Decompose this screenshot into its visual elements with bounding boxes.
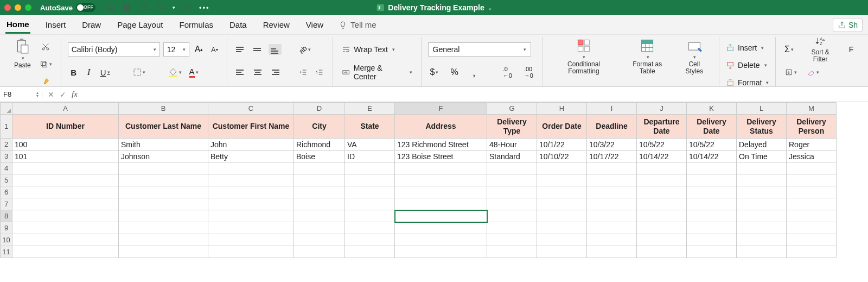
col-head-L[interactable]: L: [737, 103, 787, 115]
cell-I9[interactable]: [587, 222, 637, 234]
font-color-button[interactable]: A▾: [187, 66, 201, 79]
decrease-indent[interactable]: [297, 66, 310, 79]
fill-color-button[interactable]: ▾: [166, 66, 184, 79]
row-head-2[interactable]: 2: [1, 139, 12, 151]
cell-M10[interactable]: [787, 234, 837, 246]
cell-K9[interactable]: [687, 222, 737, 234]
cell-E3[interactable]: ID: [345, 151, 395, 162]
formula-input[interactable]: [83, 87, 868, 102]
cell-C9[interactable]: [208, 222, 294, 234]
col-head-C[interactable]: C: [208, 103, 294, 115]
col-head-H[interactable]: H: [537, 103, 587, 115]
cell-I6[interactable]: [587, 186, 637, 198]
cell-D2[interactable]: Richmond: [294, 139, 345, 151]
cell-G7[interactable]: [487, 198, 537, 210]
cell-G11[interactable]: [487, 246, 537, 258]
cell-A6[interactable]: [12, 186, 119, 198]
confirm-formula[interactable]: ✓: [60, 90, 66, 99]
currency-button[interactable]: $▾: [428, 66, 441, 79]
tab-review[interactable]: Review: [262, 17, 291, 33]
save-as-icon[interactable]: [139, 3, 148, 13]
cell-D8[interactable]: [294, 210, 345, 222]
redo-icon[interactable]: [183, 3, 192, 13]
cell-styles-button[interactable]: ▾ Cell Styles: [676, 38, 713, 75]
col-head-J[interactable]: J: [637, 103, 687, 115]
cell-L7[interactable]: [737, 198, 787, 210]
align-middle[interactable]: [251, 44, 264, 55]
cell-C4[interactable]: [208, 162, 294, 174]
decrease-decimal[interactable]: .00→0: [522, 66, 535, 79]
autosave-toggle[interactable]: AutoSave OFF: [40, 3, 95, 12]
cell-L11[interactable]: [737, 246, 787, 258]
cell-M4[interactable]: [787, 162, 837, 174]
cell-K10[interactable]: [687, 234, 737, 246]
paste-button[interactable]: ▾ Paste: [11, 38, 34, 69]
cell-J7[interactable]: [637, 198, 687, 210]
cell-I5[interactable]: [587, 174, 637, 186]
cell-B1[interactable]: Customer Last Name: [119, 115, 208, 139]
cell-B10[interactable]: [119, 234, 208, 246]
col-head-K[interactable]: K: [687, 103, 737, 115]
cell-C1[interactable]: Customer First Name: [208, 115, 294, 139]
orientation-button[interactable]: ab▾: [297, 43, 312, 56]
tab-home[interactable]: Home: [5, 16, 30, 34]
cell-C6[interactable]: [208, 186, 294, 198]
col-head-F[interactable]: F: [395, 103, 487, 115]
cell-M5[interactable]: [787, 174, 837, 186]
cell-J2[interactable]: 10/5/22: [637, 139, 687, 151]
tab-formulas[interactable]: Formulas: [178, 17, 214, 33]
cancel-formula[interactable]: ✕: [48, 90, 54, 99]
increase-decimal[interactable]: .0←0: [501, 66, 514, 79]
cell-B8[interactable]: [119, 210, 208, 222]
row-head-4[interactable]: 4: [1, 162, 12, 174]
align-right[interactable]: [269, 67, 282, 78]
font-name-select[interactable]: Calibri (Body)▾: [68, 42, 160, 57]
cell-B6[interactable]: [119, 186, 208, 198]
cell-D4[interactable]: [294, 162, 345, 174]
delete-cells-button[interactable]: Delete▾: [726, 58, 769, 73]
cell-K7[interactable]: [687, 198, 737, 210]
increase-indent[interactable]: [313, 66, 326, 79]
cell-K2[interactable]: 10/5/22: [687, 139, 737, 151]
cell-J10[interactable]: [637, 234, 687, 246]
cell-L6[interactable]: [737, 186, 787, 198]
cell-H7[interactable]: [537, 198, 587, 210]
select-all-corner[interactable]: [1, 103, 12, 115]
cell-H11[interactable]: [537, 246, 587, 258]
cell-C8[interactable]: [208, 210, 294, 222]
cell-I3[interactable]: 10/17/22: [587, 151, 637, 162]
clear-button[interactable]: ▾: [805, 66, 821, 79]
cell-E8[interactable]: [345, 210, 395, 222]
find-button[interactable]: F: [845, 43, 857, 56]
cell-G6[interactable]: [487, 186, 537, 198]
maximize-window[interactable]: [25, 4, 31, 11]
cell-J9[interactable]: [637, 222, 687, 234]
cell-F4[interactable]: [395, 162, 487, 174]
cell-G5[interactable]: [487, 174, 537, 186]
tab-data[interactable]: Data: [228, 17, 248, 33]
cell-M2[interactable]: Roger: [787, 139, 837, 151]
comma-button[interactable]: ,: [468, 66, 480, 79]
cell-K4[interactable]: [687, 162, 737, 174]
italic-button[interactable]: I: [83, 66, 95, 79]
cell-K11[interactable]: [687, 246, 737, 258]
cell-C10[interactable]: [208, 234, 294, 246]
cell-A5[interactable]: [12, 174, 119, 186]
cell-G4[interactable]: [487, 162, 537, 174]
cell-A11[interactable]: [12, 246, 119, 258]
cell-G3[interactable]: Standard: [487, 151, 537, 162]
cell-H5[interactable]: [537, 174, 587, 186]
increase-font-button[interactable]: A▴: [193, 43, 206, 56]
cell-D11[interactable]: [294, 246, 345, 258]
align-center[interactable]: [251, 67, 264, 78]
tell-me[interactable]: Tell me: [339, 20, 376, 29]
tab-insert[interactable]: Insert: [44, 17, 67, 33]
cell-M7[interactable]: [787, 198, 837, 210]
cell-A4[interactable]: [12, 162, 119, 174]
cell-K1[interactable]: Delivery Date: [687, 115, 737, 139]
cell-D7[interactable]: [294, 198, 345, 210]
decrease-font-button[interactable]: A▾: [208, 43, 220, 56]
cell-B7[interactable]: [119, 198, 208, 210]
cell-L4[interactable]: [737, 162, 787, 174]
cell-L8[interactable]: [737, 210, 787, 222]
